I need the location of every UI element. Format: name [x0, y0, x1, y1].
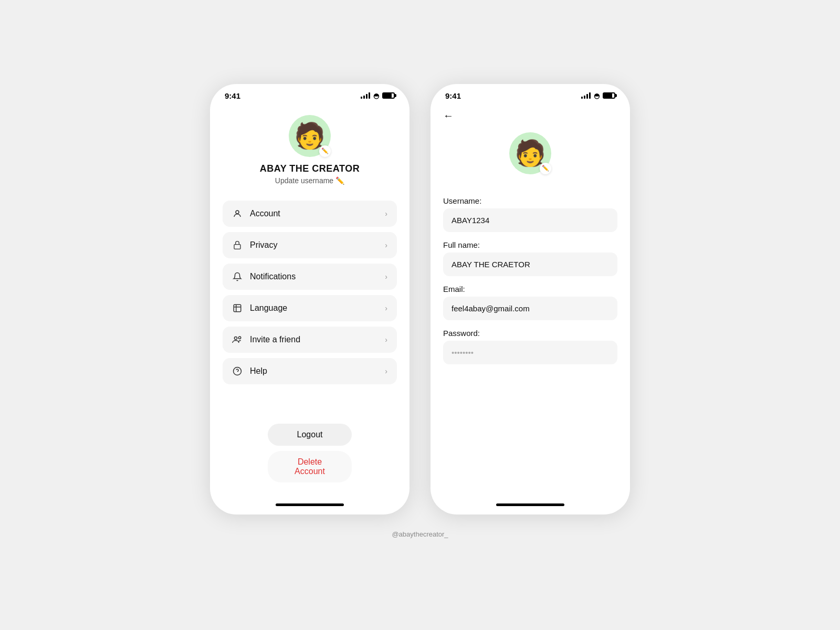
- menu-item-help[interactable]: Help ›: [223, 358, 397, 384]
- avatar-section-left: 🧑 ✏️ ABAY THE CREATOR Update username ✏️: [223, 115, 397, 185]
- svg-rect-1: [234, 244, 240, 249]
- status-bar-left: 9:41 ◓: [210, 84, 410, 104]
- password-input[interactable]: [443, 341, 617, 364]
- update-username[interactable]: Update username ✏️: [275, 176, 344, 185]
- bottom-buttons: Logout Delete Account: [223, 424, 397, 482]
- chevron-notifications: ›: [385, 272, 387, 281]
- chevron-privacy: ›: [385, 241, 387, 249]
- account-icon: [232, 209, 243, 218]
- form-section: Username: Full name: Email: Password:: [443, 196, 617, 364]
- menu-label-help: Help: [250, 366, 267, 376]
- fullname-label: Full name:: [443, 240, 617, 249]
- email-label: Email:: [443, 285, 617, 293]
- status-bar-right: 9:41 ◓: [430, 84, 630, 104]
- battery-icon: [382, 92, 395, 99]
- fullname-input[interactable]: [443, 253, 617, 276]
- signal-icon: [361, 92, 370, 99]
- notifications-icon: [232, 272, 243, 281]
- menu-item-invite[interactable]: Invite a friend ›: [223, 327, 397, 353]
- menu-label-account: Account: [250, 209, 280, 218]
- menu-item-account[interactable]: Account ›: [223, 201, 397, 227]
- chevron-help: ›: [385, 367, 387, 375]
- privacy-icon: [232, 240, 243, 250]
- form-group-email: Email:: [443, 285, 617, 320]
- language-icon: [232, 303, 243, 313]
- chevron-account: ›: [385, 209, 387, 218]
- avatar-wrapper-left: 🧑 ✏️: [289, 115, 331, 157]
- email-input[interactable]: [443, 297, 617, 320]
- time-left: 9:41: [225, 91, 240, 100]
- menu-item-notifications[interactable]: Notifications ›: [223, 264, 397, 290]
- delete-account-button[interactable]: Delete Account: [268, 451, 352, 482]
- home-indicator-right: [496, 503, 564, 506]
- left-phone: 9:41 ◓ 🧑 ✏️: [210, 84, 410, 514]
- right-phone: 9:41 ◓ ← 🧑: [430, 84, 630, 514]
- svg-point-6: [238, 337, 241, 339]
- avatar-wrapper-right: 🧑 ✏️: [509, 132, 551, 174]
- right-phone-content: ← 🧑 ✏️ Username: Full name:: [430, 104, 630, 498]
- chevron-invite: ›: [385, 335, 387, 344]
- update-username-icon: ✏️: [335, 176, 344, 185]
- invite-icon: [232, 335, 243, 344]
- password-label: Password:: [443, 329, 617, 338]
- menu-label-notifications: Notifications: [250, 272, 296, 281]
- battery-icon-right: [603, 92, 615, 99]
- form-group-password: Password:: [443, 329, 617, 364]
- menu-list: Account › Privacy ›: [223, 201, 397, 384]
- form-group-fullname: Full name:: [443, 240, 617, 276]
- status-icons-right: ◓: [581, 92, 615, 100]
- username-input[interactable]: [443, 208, 617, 232]
- phones-container: 9:41 ◓ 🧑 ✏️: [210, 84, 630, 514]
- menu-item-privacy[interactable]: Privacy ›: [223, 232, 397, 258]
- back-button[interactable]: ←: [443, 110, 617, 122]
- svg-point-5: [234, 337, 237, 339]
- menu-item-language[interactable]: Language ›: [223, 295, 397, 321]
- signal-icon-right: [581, 92, 591, 99]
- home-indicator-left: [276, 503, 344, 506]
- left-phone-content: 🧑 ✏️ ABAY THE CREATOR Update username ✏️: [210, 104, 410, 498]
- username-label: Username:: [443, 196, 617, 205]
- menu-label-privacy: Privacy: [250, 240, 277, 250]
- form-group-username: Username:: [443, 196, 617, 232]
- avatar-edit-badge-right[interactable]: ✏️: [540, 163, 551, 174]
- logout-button[interactable]: Logout: [268, 424, 352, 446]
- footer-handle: @abaythecreator_: [392, 525, 448, 547]
- status-icons-left: ◓: [361, 92, 395, 100]
- svg-rect-2: [234, 304, 241, 312]
- help-icon: [232, 366, 243, 376]
- user-name: ABAY THE CREATOR: [260, 163, 360, 174]
- menu-label-invite: Invite a friend: [250, 335, 300, 344]
- avatar-edit-badge-left[interactable]: ✏️: [319, 145, 331, 157]
- avatar-section-right: 🧑 ✏️: [443, 132, 617, 181]
- chevron-language: ›: [385, 304, 387, 312]
- wifi-icon-right: ◓: [594, 92, 600, 100]
- time-right: 9:41: [445, 91, 461, 100]
- edit-icon-right: ✏️: [542, 165, 549, 172]
- svg-point-0: [236, 211, 239, 214]
- wifi-icon: ◓: [373, 92, 379, 100]
- edit-icon-left: ✏️: [321, 148, 329, 154]
- menu-label-language: Language: [250, 303, 287, 313]
